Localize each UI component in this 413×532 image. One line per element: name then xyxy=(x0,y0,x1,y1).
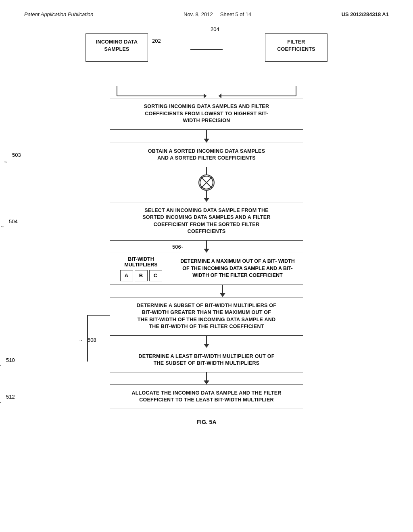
ref-506-label: 506 xyxy=(172,244,181,250)
bw-cell-b: B xyxy=(135,270,148,281)
box-sorting: SORTING INCOMING DATA SAMPLES AND FILTER… xyxy=(110,98,303,130)
box-incoming-data-samples: INCOMING DATA SAMPLES xyxy=(86,33,148,62)
header: Patent Application Publication Nov. 8, 2… xyxy=(0,0,413,21)
bw-cell-a: A xyxy=(120,270,133,281)
arrow-sorting-to-obtain xyxy=(204,130,209,143)
cross-circle-symbol xyxy=(198,175,215,191)
box-allocate: ALLOCATE THE INCOMING DATA SAMPLE AND TH… xyxy=(110,384,303,409)
box-subset: DETERMINE A SUBSET OF BIT-WIDTH MULTIPLI… xyxy=(110,297,303,336)
arrow-bw-to-subset xyxy=(220,285,225,297)
figure-label: FIG. 5A xyxy=(196,419,216,425)
arrow-obtain-to-cross xyxy=(206,167,207,175)
box-filter-coefficients: FILTER COEFFICIENTS xyxy=(265,33,327,62)
diagram-area: 204 INCOMING DATA SAMPLES 202 FILTER COE… xyxy=(0,21,413,433)
ref-503-label: 503 xyxy=(12,152,21,158)
ref-512-label: 512 xyxy=(6,394,15,400)
box-select: SELECT AN INCOMING DATA SAMPLE FROM THE … xyxy=(110,202,303,241)
ref-508-label: 508 xyxy=(88,337,96,343)
ref-510-label: 510 xyxy=(6,357,15,363)
page: Patent Application Publication Nov. 8, 2… xyxy=(0,0,413,532)
arrow-select-to-bw xyxy=(204,241,209,253)
bw-multipliers-section: 506 ~ BIT-WIDTH MULTIPLIERS A B C DETERM xyxy=(110,253,303,285)
ref-202-label: 202 xyxy=(152,38,161,44)
box-determine-max: DETERMINE A MAXIMUM OUT OF A BIT- WIDTH … xyxy=(172,253,303,285)
box-least: DETERMINE A LEAST BIT-WIDTH MULTIPLIER O… xyxy=(110,348,303,372)
box-obtain: OBTAIN A SORTED INCOMING DATA SAMPLES AN… xyxy=(110,143,303,167)
subset-section: 508 ~ DETERMINE A SUBSET OF BIT-WIDTH MU… xyxy=(110,297,303,336)
bw-multipliers-label: BIT-WIDTH MULTIPLIERS xyxy=(124,256,157,268)
arrow-cross-to-select xyxy=(204,191,209,202)
arrow-least-to-allocate xyxy=(204,372,209,384)
header-date-sheet: Nov. 8, 2012 Sheet 5 of 14 xyxy=(184,11,251,17)
bw-left-panel: BIT-WIDTH MULTIPLIERS A B C xyxy=(110,253,172,285)
header-sheet: Sheet 5 of 14 xyxy=(220,11,251,17)
header-publication-label: Patent Application Publication xyxy=(24,11,94,17)
bw-cell-c: C xyxy=(149,270,162,281)
ref-504-label: 504 xyxy=(9,218,18,224)
header-patent-number: US 2012/284318 A1 xyxy=(342,11,389,17)
header-date: Nov. 8, 2012 xyxy=(184,11,213,17)
bw-row: BIT-WIDTH MULTIPLIERS A B C DETERMINE A … xyxy=(110,253,303,285)
ref-204-label: 204 xyxy=(211,26,219,32)
bw-cells: A B C xyxy=(120,270,162,281)
arrow-subset-to-least xyxy=(204,336,209,348)
